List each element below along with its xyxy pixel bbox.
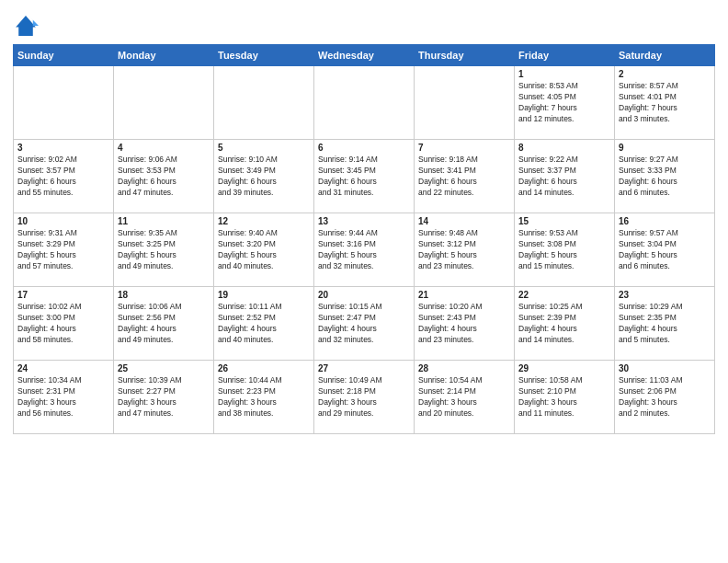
calendar-header-monday: Monday [114,45,214,66]
day-number: 24 [17,363,109,373]
calendar-header-thursday: Thursday [415,45,515,66]
calendar-header-wednesday: Wednesday [314,45,415,66]
day-info: Sunrise: 10:15 AMSunset: 2:47 PMDaylight… [318,302,410,346]
day-number: 12 [218,216,310,226]
day-info: Sunrise: 10:02 AMSunset: 3:00 PMDaylight… [17,302,109,346]
calendar-header-saturday: Saturday [615,45,715,66]
calendar-cell: 20Sunrise: 10:15 AMSunset: 2:47 PMDaylig… [314,287,415,361]
day-info: Sunrise: 10:20 AMSunset: 2:43 PMDaylight… [418,302,510,346]
calendar-cell: 27Sunrise: 10:49 AMSunset: 2:18 PMDaylig… [314,361,415,434]
calendar-cell: 21Sunrise: 10:20 AMSunset: 2:43 PMDaylig… [415,287,515,361]
calendar-cell: 23Sunrise: 10:29 AMSunset: 2:35 PMDaylig… [615,287,715,361]
calendar-week-5: 24Sunrise: 10:34 AMSunset: 2:31 PMDaylig… [14,361,715,434]
day-info: Sunrise: 9:18 AMSunset: 3:41 PMDaylight:… [418,155,510,199]
day-number: 30 [619,363,711,373]
page: SundayMondayTuesdayWednesdayThursdayFrid… [0,0,728,563]
logo [13,13,42,39]
day-number: 19 [218,290,310,300]
calendar-cell: 14Sunrise: 9:48 AMSunset: 3:12 PMDayligh… [415,213,515,287]
day-number: 6 [318,143,410,153]
day-number: 21 [418,290,510,300]
calendar-cell: 2Sunrise: 8:57 AMSunset: 4:01 PMDaylight… [615,66,715,140]
day-info: Sunrise: 10:58 AMSunset: 2:10 PMDaylight… [518,375,610,419]
calendar-cell: 16Sunrise: 9:57 AMSunset: 3:04 PMDayligh… [615,213,715,287]
calendar-cell: 9Sunrise: 9:27 AMSunset: 3:33 PMDaylight… [615,140,715,213]
day-number: 2 [619,69,711,79]
day-number: 1 [518,69,610,79]
day-info: Sunrise: 9:02 AMSunset: 3:57 PMDaylight:… [17,155,109,199]
logo-icon [13,13,39,39]
calendar-cell: 30Sunrise: 11:03 AMSunset: 2:06 PMDaylig… [615,361,715,434]
day-number: 26 [218,363,310,373]
day-info: Sunrise: 9:22 AMSunset: 3:37 PMDaylight:… [518,155,610,199]
day-info: Sunrise: 10:06 AMSunset: 2:56 PMDaylight… [118,302,210,346]
day-info: Sunrise: 9:31 AMSunset: 3:29 PMDaylight:… [17,228,109,272]
day-info: Sunrise: 9:48 AMSunset: 3:12 PMDaylight:… [418,228,510,272]
day-number: 18 [118,290,210,300]
day-info: Sunrise: 9:40 AMSunset: 3:20 PMDaylight:… [218,228,310,272]
day-number: 14 [418,216,510,226]
day-info: Sunrise: 8:57 AMSunset: 4:01 PMDaylight:… [619,81,711,125]
day-number: 5 [218,143,310,153]
day-info: Sunrise: 10:49 AMSunset: 2:18 PMDaylight… [318,375,410,419]
calendar-header-sunday: Sunday [14,45,114,66]
calendar-header-tuesday: Tuesday [214,45,314,66]
day-number: 15 [518,216,610,226]
calendar-cell: 1Sunrise: 8:53 AMSunset: 4:05 PMDaylight… [515,66,615,140]
svg-marker-0 [16,16,36,36]
calendar-table: SundayMondayTuesdayWednesdayThursdayFrid… [13,44,715,434]
calendar-cell: 12Sunrise: 9:40 AMSunset: 3:20 PMDayligh… [214,213,314,287]
day-info: Sunrise: 10:39 AMSunset: 2:27 PMDaylight… [118,375,210,419]
calendar-week-3: 10Sunrise: 9:31 AMSunset: 3:29 PMDayligh… [14,213,715,287]
calendar-cell [14,66,114,140]
day-info: Sunrise: 9:27 AMSunset: 3:33 PMDaylight:… [619,155,711,199]
day-info: Sunrise: 10:11 AMSunset: 2:52 PMDaylight… [218,302,310,346]
calendar-cell: 22Sunrise: 10:25 AMSunset: 2:39 PMDaylig… [515,287,615,361]
day-info: Sunrise: 9:44 AMSunset: 3:16 PMDaylight:… [318,228,410,272]
calendar-cell: 8Sunrise: 9:22 AMSunset: 3:37 PMDaylight… [515,140,615,213]
calendar-cell: 5Sunrise: 9:10 AMSunset: 3:49 PMDaylight… [214,140,314,213]
calendar-cell [214,66,314,140]
day-info: Sunrise: 9:53 AMSunset: 3:08 PMDaylight:… [518,228,610,272]
calendar-week-4: 17Sunrise: 10:02 AMSunset: 3:00 PMDaylig… [14,287,715,361]
calendar-cell [314,66,415,140]
day-info: Sunrise: 9:06 AMSunset: 3:53 PMDaylight:… [118,155,210,199]
day-info: Sunrise: 11:03 AMSunset: 2:06 PMDaylight… [619,375,711,419]
day-number: 8 [518,143,610,153]
day-info: Sunrise: 10:44 AMSunset: 2:23 PMDaylight… [218,375,310,419]
day-number: 27 [318,363,410,373]
calendar-cell [114,66,214,140]
calendar-cell: 19Sunrise: 10:11 AMSunset: 2:52 PMDaylig… [214,287,314,361]
calendar-header-friday: Friday [515,45,615,66]
day-info: Sunrise: 10:34 AMSunset: 2:31 PMDaylight… [17,375,109,419]
day-info: Sunrise: 9:14 AMSunset: 3:45 PMDaylight:… [318,155,410,199]
calendar-cell: 15Sunrise: 9:53 AMSunset: 3:08 PMDayligh… [515,213,615,287]
calendar-cell: 25Sunrise: 10:39 AMSunset: 2:27 PMDaylig… [114,361,214,434]
day-number: 3 [17,143,109,153]
day-number: 25 [118,363,210,373]
calendar-cell: 13Sunrise: 9:44 AMSunset: 3:16 PMDayligh… [314,213,415,287]
calendar-cell: 24Sunrise: 10:34 AMSunset: 2:31 PMDaylig… [14,361,114,434]
day-info: Sunrise: 9:57 AMSunset: 3:04 PMDaylight:… [619,228,711,272]
header [13,9,715,39]
day-number: 10 [17,216,109,226]
day-number: 16 [619,216,711,226]
day-number: 7 [418,143,510,153]
calendar-cell: 4Sunrise: 9:06 AMSunset: 3:53 PMDaylight… [114,140,214,213]
day-info: Sunrise: 8:53 AMSunset: 4:05 PMDaylight:… [518,81,610,125]
day-number: 4 [118,143,210,153]
day-number: 20 [318,290,410,300]
day-number: 17 [17,290,109,300]
calendar-cell: 3Sunrise: 9:02 AMSunset: 3:57 PMDaylight… [14,140,114,213]
calendar-cell: 28Sunrise: 10:54 AMSunset: 2:14 PMDaylig… [415,361,515,434]
calendar-cell: 18Sunrise: 10:06 AMSunset: 2:56 PMDaylig… [114,287,214,361]
calendar-week-1: 1Sunrise: 8:53 AMSunset: 4:05 PMDaylight… [14,66,715,140]
calendar-cell: 7Sunrise: 9:18 AMSunset: 3:41 PMDaylight… [415,140,515,213]
day-number: 23 [619,290,711,300]
day-number: 11 [118,216,210,226]
calendar-cell: 26Sunrise: 10:44 AMSunset: 2:23 PMDaylig… [214,361,314,434]
day-number: 28 [418,363,510,373]
day-info: Sunrise: 9:10 AMSunset: 3:49 PMDaylight:… [218,155,310,199]
calendar-cell: 11Sunrise: 9:35 AMSunset: 3:25 PMDayligh… [114,213,214,287]
day-number: 22 [518,290,610,300]
